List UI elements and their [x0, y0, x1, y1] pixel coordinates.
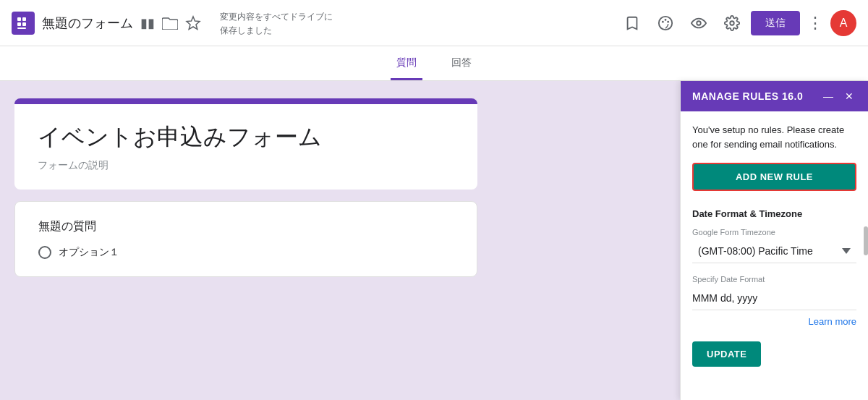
option-label: オプション１	[59, 246, 119, 259]
svg-marker-6	[187, 17, 200, 30]
date-format-label: Specify Date Format	[692, 275, 856, 284]
more-options-button[interactable]: ⋮	[804, 11, 826, 35]
svg-point-10	[667, 20, 669, 22]
svg-rect-3	[17, 22, 21, 26]
send-button[interactable]: 送信	[751, 11, 800, 35]
form-title-card: イベントお申込みフォーム フォームの説明	[14, 98, 477, 190]
topbar: 無題のフォーム ▮▮ 変更内容をすべてドライブに 保存しました 送信	[0, 0, 868, 46]
svg-point-11	[697, 21, 701, 25]
svg-point-9	[665, 19, 667, 21]
radio-option: オプション１	[38, 246, 454, 259]
palette-button[interactable]	[651, 9, 680, 38]
svg-point-8	[662, 20, 664, 22]
form-content: イベントお申込みフォーム フォームの説明 無題の質問 オプション１	[0, 81, 680, 400]
panel-header: MANAGE RULES 16.0 — ✕	[681, 81, 868, 111]
panel-title: MANAGE RULES 16.0	[692, 90, 803, 102]
date-format-section-title: Date Format & Timezone	[692, 208, 856, 219]
question-card: 無題の質問 オプション１	[14, 201, 477, 277]
question-text: 無題の質問	[38, 219, 454, 234]
avatar[interactable]: A	[830, 10, 856, 36]
radio-button[interactable]	[38, 246, 51, 259]
no-rules-text: You've setup no rules. Please create one…	[692, 123, 856, 151]
svg-rect-2	[22, 17, 26, 21]
folder-icon[interactable]: ▮▮	[140, 15, 155, 31]
timezone-select[interactable]: (GMT-08:00) Pacific Time (GMT-12:00) Int…	[692, 239, 856, 263]
close-button[interactable]: ✕	[842, 90, 856, 103]
svg-rect-4	[22, 22, 26, 26]
topbar-actions: 送信 ⋮ A	[618, 9, 856, 38]
update-button[interactable]: UPDATE	[692, 341, 761, 367]
tab-questions[interactable]: 質問	[391, 48, 422, 80]
scroll-indicator	[864, 226, 868, 255]
star-icon[interactable]	[185, 15, 201, 31]
topbar-left: 無題のフォーム ▮▮ 変更内容をすべてドライブに 保存しました	[12, 9, 618, 37]
add-new-rule-button[interactable]: ADD NEW RULE	[692, 163, 856, 191]
folder-icon[interactable]	[162, 17, 178, 30]
preview-button[interactable]	[684, 9, 713, 38]
svg-rect-1	[17, 17, 21, 21]
form-title: 無題のフォーム	[42, 14, 133, 32]
save-status: 変更内容をすべてドライブに 保存しました	[220, 9, 333, 37]
minimize-button[interactable]: —	[820, 90, 836, 103]
panel-body: You've setup no rules. Please create one…	[681, 111, 868, 400]
svg-rect-5	[17, 27, 26, 29]
timezone-label: Google Form Timezone	[692, 228, 856, 237]
tab-responses[interactable]: 回答	[446, 48, 477, 80]
main-area: イベントお申込みフォーム フォームの説明 無題の質問 オプション１ MANAGE…	[0, 81, 868, 400]
settings-button[interactable]	[718, 9, 746, 38]
panel-header-icons: — ✕	[820, 90, 856, 103]
app-icon	[12, 12, 35, 35]
date-format-input[interactable]	[692, 286, 856, 310]
manage-rules-panel: MANAGE RULES 16.0 — ✕ You've setup no ru…	[680, 81, 868, 400]
form-title-display: イベントお申込みフォーム	[38, 122, 454, 153]
learn-more-link[interactable]: Learn more	[692, 316, 856, 327]
bookmark-button[interactable]	[618, 9, 647, 38]
svg-point-12	[730, 21, 734, 25]
tabs-bar: 質問 回答	[0, 46, 868, 81]
form-description: フォームの説明	[38, 159, 454, 172]
